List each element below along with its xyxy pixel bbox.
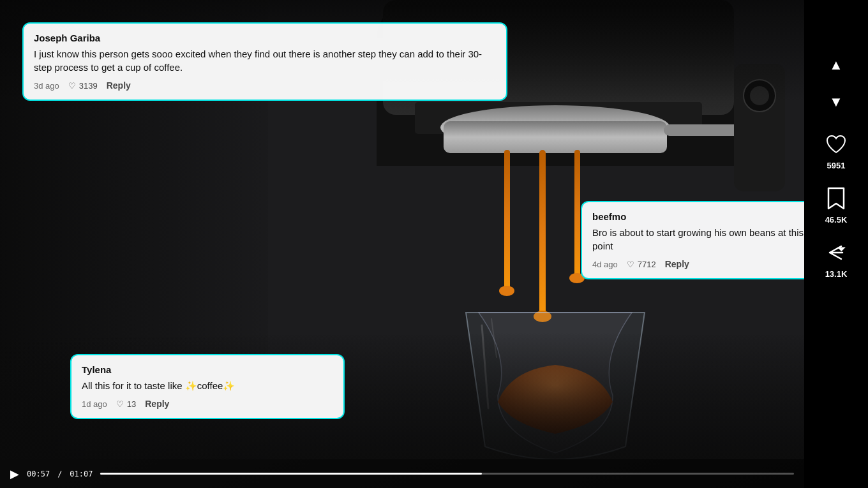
comment-joseph: Joseph Gariba I just know this person ge… (22, 22, 507, 101)
like-count: 5951 (827, 161, 846, 170)
comment-joseph-footer: 3d ago ♡ 3139 Reply (34, 80, 496, 91)
comment-beefmo-author: beefmo (592, 211, 804, 222)
comment-tylena: Tylena All this for it to taste like ✨co… (70, 354, 345, 419)
bookmark-button[interactable]: 46.5K (822, 179, 850, 230)
comment-joseph-like[interactable]: ♡ 3139 (68, 81, 98, 91)
video-background: Joseph Gariba I just know this person ge… (0, 0, 804, 488)
progress-fill (100, 473, 482, 475)
like-button[interactable]: 5951 (822, 125, 850, 175)
heart-icon-3: ♡ (116, 399, 124, 409)
svg-point-12 (499, 286, 514, 296)
comment-tylena-text: All this for it to taste like ✨coffee✨ (82, 379, 333, 392)
scroll-down-button[interactable]: ▼ (822, 88, 850, 116)
right-sidebar: ▲ ▼ 5951 46.5K 13.1K (804, 0, 868, 488)
share-count: 13.1K (825, 269, 848, 279)
heart-icon: ♡ (68, 81, 76, 91)
comment-tylena-time: 1d ago (82, 399, 107, 409)
share-icon (822, 239, 850, 267)
comment-beefmo-likes: 7712 (638, 260, 656, 269)
comment-tylena-reply-button[interactable]: Reply (145, 399, 169, 409)
comment-tylena-like[interactable]: ♡ 13 (116, 399, 136, 409)
progress-bar[interactable] (100, 473, 794, 475)
comment-beefmo-text: Bro is about to start growing his own be… (592, 226, 804, 253)
comment-beefmo: beefmo Bro is about to start growing his… (581, 201, 804, 279)
total-time: 01:07 (70, 470, 93, 478)
comment-tylena-author: Tylena (82, 364, 333, 375)
svg-rect-11 (574, 150, 580, 277)
like-icon (822, 130, 850, 158)
scroll-up-button[interactable]: ▲ (822, 51, 850, 79)
bookmark-icon (822, 184, 850, 212)
svg-rect-7 (444, 121, 667, 153)
svg-rect-8 (664, 124, 740, 136)
play-button[interactable]: ▶ (10, 467, 19, 481)
svg-rect-9 (504, 150, 510, 290)
comment-beefmo-like[interactable]: ♡ 7712 (627, 260, 656, 269)
bookmark-count: 46.5K (825, 215, 848, 225)
comment-beefmo-footer: 4d ago ♡ 7712 Reply (592, 259, 804, 269)
video-controls: ▶ 00:57 / 01:07 (0, 459, 804, 488)
comment-joseph-time: 3d ago (34, 81, 59, 91)
heart-icon-2: ♡ (627, 260, 634, 269)
current-time: 00:57 (27, 470, 50, 478)
comment-joseph-likes: 3139 (79, 81, 98, 91)
comment-joseph-author: Joseph Gariba (34, 33, 496, 43)
share-button[interactable]: 13.1K (822, 233, 850, 284)
comment-joseph-text: I just know this person gets sooo excite… (34, 47, 496, 74)
svg-rect-10 (539, 150, 546, 316)
comment-joseph-reply-button[interactable]: Reply (107, 80, 131, 91)
comment-tylena-footer: 1d ago ♡ 13 Reply (82, 399, 333, 409)
comment-tylena-likes: 13 (127, 399, 136, 409)
comment-beefmo-reply-button[interactable]: Reply (665, 259, 689, 269)
time-separator: / (57, 470, 62, 478)
comment-beefmo-time: 4d ago (592, 260, 618, 269)
